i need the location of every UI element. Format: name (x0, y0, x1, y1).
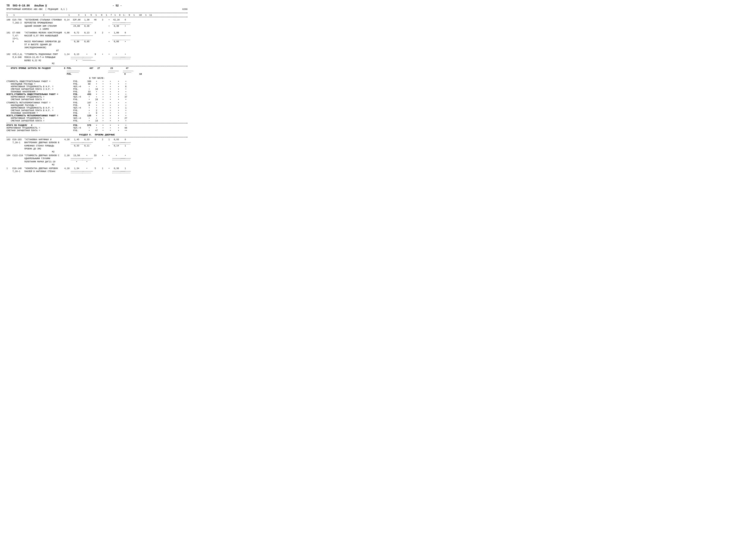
table-row: ЗДАНИЙ ОКОНИМ ЗИМ СТЕКЛОМ 24,80 0,39 • 0… (7, 25, 187, 28)
table-row: 164 С122-219 *СТОИМОСТЬ ДВЕРНЫХ БЛОКОВ С… (7, 154, 187, 157)
table-row: ОДНОПОЛЬНЫМИ ГЛУХИМИ ────────── ────────… (7, 157, 187, 160)
table-row: 5Т И ВЫСОТЕ ЗДАНИЯ ДО (7, 43, 187, 46)
table-row: 1 E10-140 *КОНОПАТКА ДВЕРНЫХ КОРОБОК 4,1… (7, 167, 187, 170)
summary-row: СТОИМОСТЬ ОБЩЕСТРОИТЕЛЬНЫХ РАБОТ = РУБ. … (7, 80, 187, 83)
summary-row: НОРМАТИВНАЯ ТРУДОЕМКОСТЬ В Н.Р. = ЧЕЛ.•4… (7, 86, 187, 88)
table-row: Т,26-1 ПАКЛЕЙ В НАРУЖНЫХ СТЕНАХ ────────… (7, 170, 187, 173)
summary-row: ВСЕГО,СТОИМОСТЬ МЕТАЛЛОМОНТАЖНЫХ РАБОТ =… (7, 114, 187, 117)
section-9-title: РАЗДЕЛ 9. ПРОЕМЫ ДВЕРНЫЕ (7, 134, 187, 136)
summary-row: СМЕТНАЯ ЗАРАБОТНАЯ ПЛАТА В Н.Р. = РУБ. •… (7, 109, 187, 112)
summary-row: СМЕТНАЯ ЗАРАБОТНАЯ ПЛАТА = РУБ. • 47 • •… (7, 129, 187, 132)
table-row: Т,47-11•1, МАССОЙ 0,5Т ПРИ НАИБОЛЬШЕЙ ──… (7, 35, 187, 40)
row-160-group: 160 E15-756 *ОСТЕКЛЕНИЕ СТАЛЬНЫХ СТЕНОВЫ… (7, 18, 187, 31)
table-row: 30М(ПОДОКОННИКОВ) (7, 46, 187, 49)
subheader: ПРОГРАММНЫЙ КОМПЛЕКС АВС-ЭВС ( РЕДАКЦИЯ … (7, 8, 187, 11)
summary-row: ВСЕГО,СТОИМОСТЬ ОБЩЕСТРОИТЕЛЬНЫХ РАБОТ =… (7, 93, 187, 96)
table-row: М2 (7, 150, 187, 153)
table-row: 160 E15-756 *ОСТЕКЛЕНИЕ СТАЛЬНЫХ СТЕНОВЫ… (7, 18, 187, 21)
summary-row: ПЛАНОВЫЕ НАКОПЛЕНИЯ = РУБ. 33 • • • • • (7, 91, 187, 93)
row-164-group: 164 С122-219 *СТОИМОСТЬ ДВЕРНЫХ БЛОКОВ С… (7, 154, 187, 166)
tom-chisle-title: В ТОМ ЧИСЛЕ: (7, 77, 187, 79)
summary-row: СМЕТНАЯ ЗАРАБОТНАЯ ПЛАТА 3 Н.Р. = РУБ. •… (7, 88, 187, 90)
table-row: БОЛЕЕ 0,22 М2 • ────────── (7, 59, 187, 62)
table-row: 8 МАССЕ МОНТАЖНЫХ ЭЛЕМЕНТОВ ДО 0,30 0,05… (7, 40, 187, 43)
page-wrapper: ТП 503-9-18.86 Альбом V - 52 - ПРОГРАММН… (7, 4, 187, 173)
summary-row: СМЕТНАЯ ЗАРАБОТНАЯ ПЛАТА = РУБ. • 19 • •… (7, 120, 187, 122)
col-header-border (7, 17, 187, 17)
itogo-row-2: ────────── ──────── ──────── (7, 70, 187, 73)
table-row: 8Т (7, 49, 187, 52)
header-left: ТП 503-9-18.86 Альбом V (7, 4, 47, 7)
itogo-row-1: ИТОГО ПРЯМЫЕ ЗАТРАТЫ ПО РАЗДЕЛУ 8 РУБ. 4… (7, 67, 187, 69)
table-row: Т,20-1 ВНУТРЕННИХ ДВЕРНЫХ БЛОКОВ В ─────… (7, 141, 187, 144)
summary-block-2: СТОИМОСТЬ МЕТАЛЛОМОНТАЖНЫХ РАБОТ = РУБ. … (7, 102, 187, 122)
header: ТП 503-9-18.86 Альбом V - 52 - (7, 4, 187, 7)
row-e10-140-group: 1 E10-140 *КОНОПАТКА ДВЕРНЫХ КОРОБОК 4,1… (7, 167, 187, 173)
summary-row: ПЛАНОВЫЕ НАКОПЛЕНИЯ = РУБ. • 9 • • • • (7, 112, 187, 114)
separator-2 (7, 123, 187, 123)
summary-row: НОРМАТИВНАЯ ТРУДОЕМКОСТЬ = ЧЕЛ.•4 • • • … (7, 96, 187, 98)
table-row: ПОЛОТНАМИ МАРКИ ДНГ21-10 • • (7, 161, 187, 163)
summary-row: СТОИМОСТЬ МЕТАЛЛОМОНТАЖНЫХ РАБОТ = РУБ. … (7, 102, 187, 104)
summary-row: СМЕТНАЯ ЗАРАБОТНАЯ ПЛАТА = РУБ. • 28 • •… (7, 98, 187, 101)
summary-row: ИТОГО ПО РАЗДЕЛУ 2 РУБ. 578 • • • • • (7, 124, 187, 127)
table-row: М2 (7, 164, 187, 166)
summary-row: НОРМАТИВНАЯ ТРУДОЕМКОСТЬ = ЧЕЛ.•4 • • • … (7, 127, 187, 129)
separator-1 (7, 66, 187, 66)
table-row: 163 E10-103 *УСТАНОВКА НАРУЖНЫХ И 4,10 1… (7, 138, 187, 141)
row-162-group: 162 ССб,С,Ш, *СТОИМОСТЬ ПОДОКОННЫХ ПЛИТ … (7, 53, 187, 65)
summary-row: НАКЛАДНЫЕ РАСХОДЫ = РУБ. 60 • • • • • (7, 83, 187, 85)
table-row: 162 ССб,С,Ш, *СТОИМОСТЬ ПОДОКОННЫХ ПЛИТ … (7, 53, 187, 56)
itogo-block-2: ИТОГО ПО РАЗДЕЛУ 2 РУБ. 578 • • • • • НО… (7, 124, 187, 132)
col-header-row: 1 1 2 1 4 1 5 1 6 1 7 1 8 1- 9 1 10 1 11 (7, 14, 187, 16)
table-row: -1 100М2 (7, 28, 187, 31)
top-border (7, 13, 187, 13)
table-row: 161 E7-668 *УСТАНОВКА МЕЛКИХ КОНСТРУКЦИЯ… (7, 32, 187, 34)
table-row: ПРОЕМА ДО 3М2 (7, 147, 187, 150)
table-row: КАМЕННЫХ СТЕНАХ ПЛОЩАДЬ 0,33 0,11 • 0,14… (7, 144, 187, 147)
summary-row: НОРМАТИВНАЯ ТРУДОЕМКОСТЬ В Н.Р. = ЧЕЛ.•4… (7, 107, 187, 109)
table-row: Т,202-3 ПЕРПЛЕТОВ ПРОМЫШЛЕННЫХ ─────────… (7, 21, 187, 25)
section-9-border (7, 137, 187, 138)
summary-row: НОРМАТИВНАЯ ТРУДОЕМКОСТЬ = ЧЕЛ.•4 • • • … (7, 117, 187, 119)
summary-row: НАКЛАДАНИЕ РАСХОДЫ = РУБ. 9 • • • • • (7, 104, 187, 107)
header-center: - 52 - (113, 4, 122, 7)
row-163-group: 163 E10-103 *УСТАНОВКА НАРУЖНЫХ И 4,10 1… (7, 138, 187, 153)
table-row: П,9-340 ПО819-13,45-Т-А ПЛОЩАДЬЮ ───────… (7, 56, 187, 59)
table-row: М2 (7, 62, 187, 65)
itogo-row-3: РУБ. 8 10 (7, 73, 187, 75)
summary-block-1: СТОИМОСТЬ ОБЩЕСТРОИТЕЛЬНЫХ РАБОТ = РУБ. … (7, 80, 187, 101)
row-161-group: 161 E7-668 *УСТАНОВКА МЕЛКИХ КОНСТРУКЦИЯ… (7, 32, 187, 52)
